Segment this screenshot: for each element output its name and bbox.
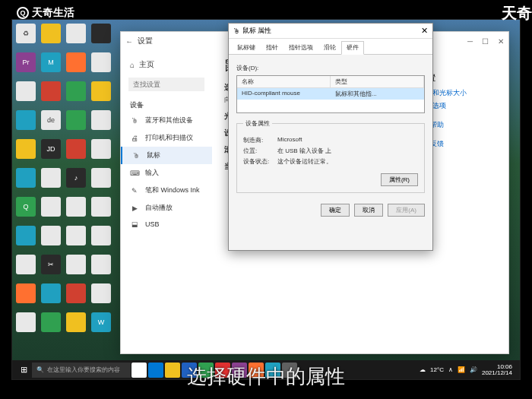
ok-button[interactable]: 确定 — [321, 204, 350, 217]
desktop-icon[interactable] — [16, 255, 36, 274]
watermark-top-right: 天奇 — [502, 3, 532, 24]
desktop-icon[interactable] — [41, 81, 61, 101]
mouse-icon: 🖱 — [233, 27, 240, 35]
desktop-icon[interactable]: W — [91, 312, 111, 332]
desktop-icon[interactable] — [66, 52, 86, 72]
watermark-top-left: Q天奇生活 — [17, 6, 74, 20]
desktop-icon[interactable] — [16, 226, 36, 245]
desktop-icon[interactable] — [91, 24, 111, 43]
desktop-icon[interactable] — [91, 52, 111, 72]
dialog-titlebar[interactable]: 🖱 鼠标 属性 ✕ — [229, 24, 432, 39]
device-list[interactable]: 名称 类型 HID-compliant mouse 鼠标和其他指... — [236, 75, 425, 113]
video-subtitle: 选择硬件中的属性 — [0, 363, 532, 390]
desktop-icon[interactable] — [16, 312, 36, 332]
desktop-icon[interactable] — [66, 255, 86, 274]
sidebar-item-icon: ⬓ — [130, 220, 139, 228]
dialog-tabs: 鼠标键指针指针选项滑轮硬件 — [229, 39, 432, 55]
sidebar-item-icon: 🖨 — [130, 135, 139, 142]
settings-sidebar: ⌂ 主页 设备 🖱蓝牙和其他设备🖨打印机和扫描仪🖱鼠标⌨输入✎笔和 Window… — [121, 50, 212, 353]
desktop-icon[interactable] — [41, 197, 61, 217]
minimize-icon[interactable]: ─ — [467, 37, 473, 46]
sidebar-group: 设备 — [121, 96, 212, 112]
sidebar-item[interactable]: ⬓USB — [121, 217, 212, 232]
desktop-icon[interactable] — [66, 226, 86, 245]
desktop-icon[interactable] — [91, 255, 111, 274]
desktop-icon[interactable] — [41, 168, 61, 188]
back-icon[interactable]: ← — [125, 37, 133, 46]
desktop-icon[interactable] — [91, 283, 111, 303]
device-property-row: 制造商:Microsoft — [243, 136, 418, 144]
sidebar-item[interactable]: 🖱蓝牙和其他设备 — [121, 112, 212, 129]
dialog-tab[interactable]: 滑轮 — [318, 41, 341, 54]
sidebar-item-label: 鼠标 — [147, 150, 160, 160]
maximize-icon[interactable]: ☐ — [482, 37, 489, 46]
desktop-icon[interactable] — [66, 139, 86, 159]
device-list-row[interactable]: HID-compliant mouse 鼠标和其他指... — [237, 88, 424, 100]
device-properties-group: 设备属性 制造商:Microsoft位置:在 USB 输入设备 上设备状态:这个… — [236, 119, 425, 193]
sidebar-item-icon: ▶ — [130, 204, 139, 212]
desktop-icon[interactable] — [91, 110, 111, 130]
sidebar-item-label: 自动播放 — [145, 203, 173, 213]
sidebar-item-label: 笔和 Windows Ink — [145, 185, 200, 195]
desktop-icon[interactable] — [16, 81, 36, 101]
desktop-icon[interactable]: de — [41, 110, 61, 130]
desktop-icon[interactable]: JD — [41, 139, 61, 159]
desktop-icon[interactable]: ✂ — [41, 255, 61, 274]
dialog-tab[interactable]: 指针 — [261, 41, 283, 54]
desktop-icon[interactable] — [41, 312, 61, 332]
desktop-icon[interactable] — [66, 312, 86, 332]
device-property-row: 位置:在 USB 输入设备 上 — [243, 147, 418, 155]
desktop-icon[interactable] — [66, 24, 86, 43]
desktop-icon[interactable] — [41, 283, 61, 303]
sidebar-item[interactable]: ✎笔和 Windows Ink — [121, 182, 212, 199]
home-icon: ⌂ — [130, 61, 135, 69]
desktop-icon[interactable]: ♻ — [16, 24, 36, 43]
desktop-icon[interactable] — [91, 81, 111, 101]
cancel-button[interactable]: 取消 — [354, 204, 383, 217]
desktop-icon[interactable] — [41, 226, 61, 245]
sidebar-item-label: 输入 — [145, 168, 159, 178]
sidebar-item-label: 蓝牙和其他设备 — [145, 116, 193, 125]
sidebar-item[interactable]: ▶自动播放 — [121, 199, 212, 217]
desktop-icon[interactable] — [16, 110, 36, 130]
settings-search[interactable] — [128, 78, 204, 91]
dialog-tab[interactable]: 鼠标键 — [232, 41, 261, 54]
desktop-icon[interactable] — [16, 168, 36, 188]
sidebar-item[interactable]: ⌨输入 — [121, 164, 212, 182]
desktop-icon[interactable] — [41, 24, 61, 43]
desktop-icon[interactable] — [16, 283, 36, 303]
desktop-icon[interactable] — [66, 110, 86, 130]
properties-button[interactable]: 属性(R) — [381, 173, 418, 186]
sidebar-item-icon: ✎ — [130, 187, 139, 195]
desktop-icon[interactable] — [91, 139, 111, 159]
dialog-tab[interactable]: 硬件 — [341, 41, 364, 55]
sidebar-item-icon: 🖱 — [131, 152, 141, 160]
desktop-icon[interactable] — [91, 197, 111, 217]
settings-title: 设置 — [138, 36, 153, 46]
sidebar-item-icon: ⌨ — [130, 169, 139, 177]
desktop-icon[interactable] — [66, 81, 86, 101]
desktop-icon[interactable] — [66, 283, 86, 303]
desktop-icon[interactable] — [66, 197, 86, 217]
apply-button[interactable]: 应用(A) — [388, 204, 425, 217]
device-property-row: 设备状态:这个设备运转正常。 — [243, 157, 418, 166]
close-icon[interactable]: ✕ — [498, 37, 504, 46]
close-icon[interactable]: ✕ — [421, 26, 428, 36]
sidebar-item-label: 打印机和扫描仪 — [145, 133, 193, 143]
sidebar-item-icon: 🖱 — [130, 117, 139, 125]
desktop-icon[interactable] — [16, 139, 36, 159]
desktop-icon[interactable]: Pr — [16, 52, 36, 72]
sidebar-item-label: USB — [145, 220, 160, 228]
desktop-icon[interactable]: M — [41, 52, 61, 72]
desktop-icon[interactable]: ♪ — [66, 168, 86, 188]
dialog-tab[interactable]: 指针选项 — [283, 41, 318, 54]
desktop-icon[interactable] — [91, 226, 111, 245]
sidebar-item[interactable]: 🖨打印机和扫描仪 — [121, 129, 212, 147]
sidebar-item[interactable]: 🖱鼠标 — [121, 147, 212, 164]
desktop-icon[interactable] — [91, 168, 111, 188]
device-label: 设备(D): — [236, 64, 425, 72]
home-button[interactable]: ⌂ 主页 — [121, 56, 212, 73]
mouse-properties-dialog: 🖱 鼠标 属性 ✕ 鼠标键指针指针选项滑轮硬件 设备(D): 名称 类型 HID… — [228, 23, 433, 251]
desktop-icons: ♻ PrM de JD ♪ Q ✂ W — [16, 24, 114, 339]
desktop-icon[interactable]: Q — [16, 197, 36, 217]
